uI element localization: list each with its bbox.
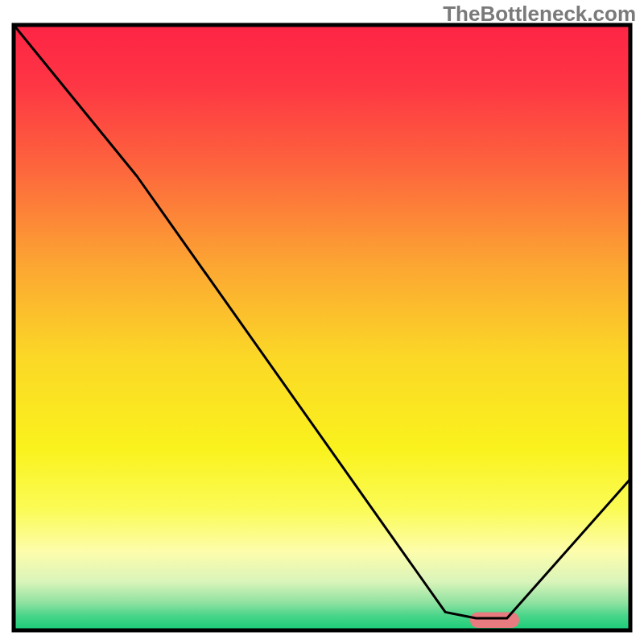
chart-frame: TheBottleneck.com [0,0,644,644]
bottleneck-chart [0,0,644,644]
plot-background [14,25,630,630]
optimal-range-marker [470,612,519,628]
